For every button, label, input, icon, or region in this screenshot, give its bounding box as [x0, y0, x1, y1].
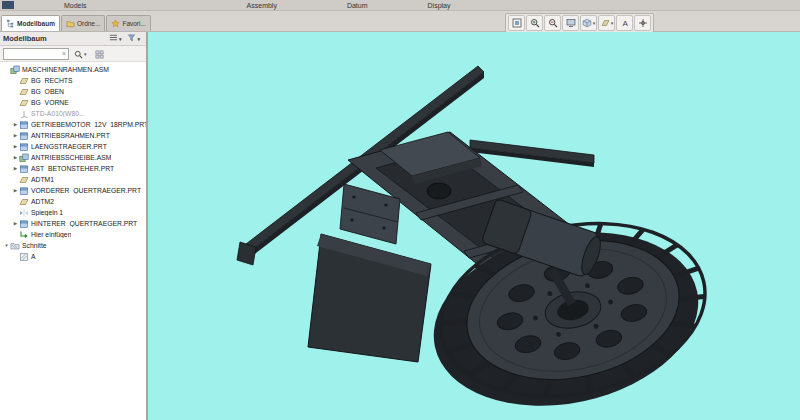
expand-chevron-icon[interactable]: ▶	[12, 166, 19, 171]
expand-chevron-icon[interactable]: ▼	[3, 243, 10, 248]
tree-item-label: LAENGSTRAEGER.PRT	[31, 143, 107, 150]
tree-item[interactable]: ADTM2	[0, 196, 146, 207]
tree-item[interactable]: Spiegeln 1	[0, 207, 146, 218]
tree-item-label: GETRIEBEMOTOR_12V_18RPM.PRT	[31, 121, 146, 128]
tree-item[interactable]: ▶VORDERER_QUERTRAEGER.PRT	[0, 185, 146, 196]
tree-display-options-button[interactable]: ▾	[106, 32, 125, 45]
tree-item[interactable]: BG_RECHTS	[0, 75, 146, 86]
tree-item[interactable]: BG_VORNE	[0, 97, 146, 108]
annotation-icon: A	[620, 14, 630, 32]
tree-item[interactable]: ▶LAENGSTRAEGER.PRT	[0, 141, 146, 152]
search-input[interactable]	[6, 49, 62, 58]
zoom-in-button[interactable]	[526, 15, 543, 31]
prt-icon	[19, 219, 29, 229]
panel-header: Modellbaum ▾▾	[0, 32, 146, 46]
mirror-icon	[19, 208, 29, 218]
dropdown-caret-icon: ▾	[119, 36, 122, 42]
main-area: Modellbaum ▾▾ × ▾ MASCHINENRAHMEN.ASMBG_…	[0, 32, 800, 420]
tree-item-label: Schnitte	[22, 242, 47, 249]
tree-item-label: ANTRIEBSRAHMEN.PRT	[31, 132, 110, 139]
datumplane-icon	[19, 87, 29, 97]
datumdisp-icon	[600, 14, 610, 32]
tree-item-label: ADTM1	[31, 176, 54, 183]
tree-item-label: Hier einfügen	[31, 231, 71, 238]
tree-item[interactable]: ▶HINTERER_QUERTRAEGER.PRT	[0, 218, 146, 229]
spin-center-button[interactable]	[634, 15, 651, 31]
expand-levels-button[interactable]	[92, 47, 107, 60]
tree-item[interactable]: ▶ANTRIEBSSCHEIBE.ASM	[0, 152, 146, 163]
search-button[interactable]: ▾	[71, 47, 90, 60]
tree-item[interactable]: A	[0, 251, 146, 262]
repaint-icon	[566, 14, 576, 32]
model-tree-panel: Modellbaum ▾▾ × ▾ MASCHINENRAHMEN.ASMBG_…	[0, 32, 148, 420]
tree-item-label: Spiegeln 1	[31, 209, 63, 216]
magnifier-icon	[74, 45, 83, 63]
expand-chevron-icon[interactable]: ▶	[12, 144, 19, 149]
tree-item[interactable]: ▶ANTRIEBSRAHMEN.PRT	[0, 130, 146, 141]
star-icon	[111, 19, 120, 29]
list-icon	[109, 33, 118, 44]
prt-icon	[19, 131, 29, 141]
panel-tab-label: Modellbaum	[17, 20, 55, 27]
folder-icon	[66, 19, 75, 29]
datumplane-icon	[19, 76, 29, 86]
asm-icon	[10, 65, 20, 75]
datumplane-icon	[19, 197, 29, 207]
style-icon	[582, 14, 592, 32]
menu-display[interactable]: Display	[428, 2, 451, 9]
dropdown-caret-icon: ▾	[137, 36, 140, 42]
tree-item[interactable]: Hier einfügen	[0, 229, 146, 240]
annotation-display-button[interactable]: A	[616, 15, 633, 31]
svg-text:A: A	[622, 19, 628, 28]
menu-assembly[interactable]: Assembly	[247, 2, 277, 9]
expand-chevron-icon[interactable]: ▶	[12, 188, 19, 193]
expand-chevron-icon[interactable]: ▶	[12, 133, 19, 138]
display-style-button[interactable]: ▾	[580, 15, 597, 31]
zoom-in-icon	[530, 14, 540, 32]
refit-button[interactable]	[508, 15, 525, 31]
grid-icon	[95, 45, 104, 63]
expand-chevron-icon[interactable]: ▶	[12, 221, 19, 226]
dropdown-caret-icon: ▾	[84, 51, 87, 57]
repaint-button[interactable]	[562, 15, 579, 31]
tree-item[interactable]: BG_OBEN	[0, 86, 146, 97]
3d-model[interactable]	[148, 32, 800, 420]
tree-item-label: A	[31, 253, 36, 260]
menubar: ModelsAssemblyDatumDisplay	[0, 0, 800, 11]
menu-models[interactable]: Models	[64, 2, 87, 9]
tree-item[interactable]: ADTM1	[0, 174, 146, 185]
tree-item[interactable]: ▶AST_BETONSTEHER.PRT	[0, 163, 146, 174]
panel-tab-ordne[interactable]: Ordne...	[61, 15, 105, 31]
ribbon: ModellbaumOrdne...Favori... ▾▾A	[0, 11, 800, 32]
tree-item-label: MASCHINENRAHMEN.ASM	[22, 66, 109, 73]
panel-tab-bar: ModellbaumOrdne...Favori...	[0, 11, 151, 31]
panel-title: Modellbaum	[3, 34, 47, 43]
csys-icon	[19, 109, 29, 119]
expand-chevron-icon[interactable]: ▶	[12, 122, 19, 127]
datumplane-icon	[19, 98, 29, 108]
prt-icon	[19, 186, 29, 196]
graphics-area[interactable]	[148, 32, 800, 420]
search-buttons: ▾	[71, 47, 107, 60]
zoom-out-button[interactable]	[544, 15, 561, 31]
panel-tab-favori[interactable]: Favori...	[106, 15, 150, 31]
tree-item-label: ADTM2	[31, 198, 54, 205]
zoom-out-icon	[548, 14, 558, 32]
tree-item[interactable]: ▶GETRIEBEMOTOR_12V_18RPM.PRT	[0, 119, 146, 130]
search-box: ×	[3, 48, 69, 60]
app-icon[interactable]	[2, 1, 14, 9]
panel-tab-label: Favori...	[122, 20, 145, 27]
menu-datum[interactable]: Datum	[347, 2, 368, 9]
filter-icon	[127, 33, 136, 44]
tree-item[interactable]: MASCHINENRAHMEN.ASM	[0, 64, 146, 75]
tree-filters-button[interactable]: ▾	[124, 32, 143, 45]
expand-chevron-icon[interactable]: ▶	[12, 155, 19, 160]
datum-display-button[interactable]: ▾	[598, 15, 615, 31]
pedestal[interactable]	[308, 234, 431, 362]
tree-item[interactable]: STD-A010(W80...	[0, 108, 146, 119]
dropdown-caret-icon: ▾	[611, 20, 614, 26]
panel-tab-modellbaum[interactable]: Modellbaum	[1, 15, 60, 31]
tree-item-label: STD-A010(W80...	[31, 110, 85, 117]
clear-search-icon[interactable]: ×	[62, 50, 66, 57]
tree-item[interactable]: ▼Schnitte	[0, 240, 146, 251]
